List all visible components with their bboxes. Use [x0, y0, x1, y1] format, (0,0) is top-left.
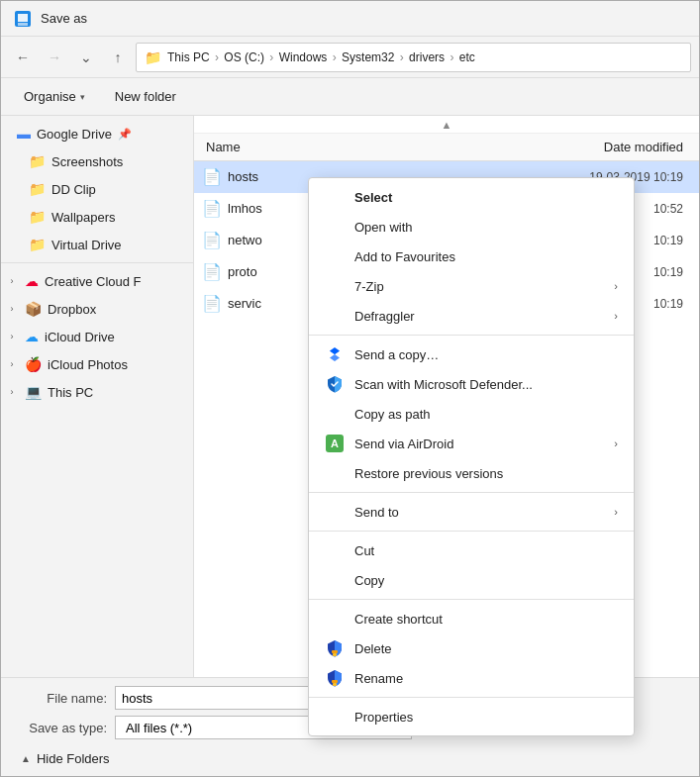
sidebar-item-wallpapers[interactable]: 📁 Wallpapers: [1, 203, 193, 231]
ctx-label-delete: Delete: [354, 641, 618, 656]
ctx-icon-placeholder: [325, 187, 345, 207]
ctx-item-select[interactable]: Select: [309, 182, 634, 212]
pin-icon: 📌: [118, 128, 132, 141]
ctx-item-restore-versions[interactable]: Restore previous versions: [309, 458, 634, 488]
ctx-label-send-to: Send to: [354, 505, 604, 520]
sort-arrow-row: ▲: [194, 116, 699, 134]
sidebar-item-virtual-drive[interactable]: 📁 Virtual Drive: [1, 231, 193, 258]
organise-chevron-icon: ▾: [80, 92, 85, 102]
back-button[interactable]: ←: [9, 44, 37, 71]
ctx-item-scan-defender[interactable]: Scan with Microsoft Defender...: [309, 369, 634, 399]
ctx-item-copy-path[interactable]: Copy as path: [309, 399, 634, 429]
organise-label: Organise: [24, 89, 76, 104]
ctx-label-select: Select: [354, 190, 618, 205]
ctx-icon-placeholder: [325, 707, 345, 727]
context-menu: Select Open with Add to Favourites 7-Zip…: [308, 177, 635, 736]
ctx-item-create-shortcut[interactable]: Create shortcut: [309, 604, 634, 633]
svg-rect-3: [333, 653, 337, 656]
recent-button[interactable]: ⌄: [72, 44, 100, 71]
sidebar-item-dd-clip[interactable]: 📁 DD Clip: [1, 175, 193, 203]
ctx-item-delete[interactable]: Delete: [309, 633, 634, 663]
google-drive-icon: ▬: [17, 126, 31, 142]
ctx-label-scan-defender: Scan with Microsoft Defender...: [354, 377, 618, 392]
sidebar-item-label: Virtual Drive: [51, 238, 122, 252]
ctx-item-open-with[interactable]: Open with: [309, 212, 634, 242]
file-icon: 📄: [202, 262, 222, 281]
ctx-label-create-shortcut: Create shortcut: [354, 612, 618, 627]
sidebar-item-this-pc[interactable]: › 💻 This PC: [1, 378, 193, 406]
ctx-item-rename[interactable]: Rename: [309, 663, 634, 693]
ctx-icon-placeholder: [325, 404, 345, 424]
sidebar-item-label: Wallpapers: [51, 210, 116, 225]
airdroid-icon: A: [325, 434, 345, 453]
ctx-icon-placeholder: [325, 217, 345, 237]
ctx-item-send-copy[interactable]: Send a copy…: [309, 340, 634, 369]
sidebar-item-creative-cloud[interactable]: › ☁ Creative Cloud F: [1, 267, 193, 295]
sidebar-item-label: Screenshots: [51, 154, 123, 169]
expand-icon: ›: [5, 274, 19, 288]
sidebar-item-screenshots[interactable]: 📁 Screenshots: [1, 147, 193, 175]
sort-arrow-icon: ▲: [442, 119, 452, 131]
folder-icon: 📁: [29, 153, 46, 169]
address-path: This PC › OS (C:) › Windows › System32 ›…: [167, 50, 475, 64]
shield-admin-delete-icon: [325, 638, 345, 658]
column-headers: Name Date modified: [194, 134, 699, 161]
ctx-label-open-with: Open with: [354, 220, 618, 235]
file-icon: 📄: [202, 294, 222, 313]
ctx-label-send-copy: Send a copy…: [354, 347, 618, 362]
toolbar: Organise ▾ New folder: [1, 78, 699, 116]
ctx-icon-placeholder: [325, 540, 345, 560]
defender-icon: [325, 374, 345, 394]
savetype-label: Save as type:: [13, 721, 107, 735]
ctx-icon-placeholder: [325, 276, 345, 296]
ctx-item-send-to[interactable]: Send to ›: [309, 497, 634, 527]
ctx-separator: [309, 492, 634, 493]
ctx-arrow-icon: ›: [614, 280, 618, 292]
col-date-header[interactable]: Date modified: [523, 140, 691, 154]
ctx-item-defraggler[interactable]: Defraggler ›: [309, 301, 634, 331]
ctx-icon-placeholder: [325, 502, 345, 522]
col-name-header[interactable]: Name: [202, 140, 523, 154]
ctx-arrow-icon: ›: [614, 310, 618, 322]
new-folder-label: New folder: [115, 89, 176, 104]
ctx-label-rename: Rename: [354, 671, 618, 686]
dropbox-icon: 📦: [25, 301, 42, 317]
ctx-arrow-icon: ›: [614, 506, 618, 518]
sidebar-item-dropbox[interactable]: › 📦 Dropbox: [1, 295, 193, 323]
up-button[interactable]: ↑: [104, 44, 132, 71]
ctx-separator: [309, 335, 634, 336]
forward-button[interactable]: →: [41, 44, 68, 71]
file-icon: 📄: [202, 231, 222, 249]
ctx-label-copy-path: Copy as path: [354, 407, 618, 422]
address-box[interactable]: 📁 This PC › OS (C:) › Windows › System32…: [136, 43, 691, 72]
ctx-item-7zip[interactable]: 7-Zip ›: [309, 271, 634, 301]
ctx-item-add-favourites[interactable]: Add to Favourites: [309, 242, 634, 271]
ctx-label-copy: Copy: [354, 573, 618, 588]
hide-folders-row[interactable]: ▲ Hide Folders: [13, 745, 687, 768]
svg-rect-4: [332, 650, 338, 653]
sidebar-item-google-drive[interactable]: ▬ Google Drive 📌: [1, 120, 193, 147]
ctx-item-properties[interactable]: Properties: [309, 702, 634, 731]
sidebar-separator: [1, 262, 193, 263]
ctx-item-cut[interactable]: Cut: [309, 535, 634, 565]
sidebar-item-icloud-photos[interactable]: › 🍎 iCloud Photos: [1, 350, 193, 378]
ctx-icon-placeholder: [325, 246, 345, 266]
sidebar-item-label: DD Clip: [51, 182, 96, 197]
ctx-icon-placeholder: [325, 609, 345, 629]
save-as-window: Save as ← → ⌄ ↑ 📁 This PC › OS (C:) › Wi…: [0, 0, 700, 777]
icloud-drive-icon: ☁: [25, 329, 39, 344]
organise-button[interactable]: Organise ▾: [13, 84, 96, 110]
expand-icon: ›: [5, 385, 19, 399]
ctx-icon-placeholder: [325, 463, 345, 483]
file-icon: 📄: [202, 167, 222, 186]
dropbox-icon: [325, 344, 345, 364]
sidebar-item-label: This PC: [48, 385, 93, 400]
expand-icon: ›: [5, 330, 19, 343]
sidebar-item-label: iCloud Drive: [45, 330, 115, 344]
title-bar: Save as: [1, 1, 699, 37]
sidebar-item-icloud-drive[interactable]: › ☁ iCloud Drive: [1, 323, 193, 350]
new-folder-button[interactable]: New folder: [104, 84, 187, 110]
ctx-item-copy[interactable]: Copy: [309, 565, 634, 595]
sidebar-item-label: Creative Cloud F: [45, 274, 142, 289]
ctx-item-airdroid[interactable]: A Send via AirDroid ›: [309, 429, 634, 458]
